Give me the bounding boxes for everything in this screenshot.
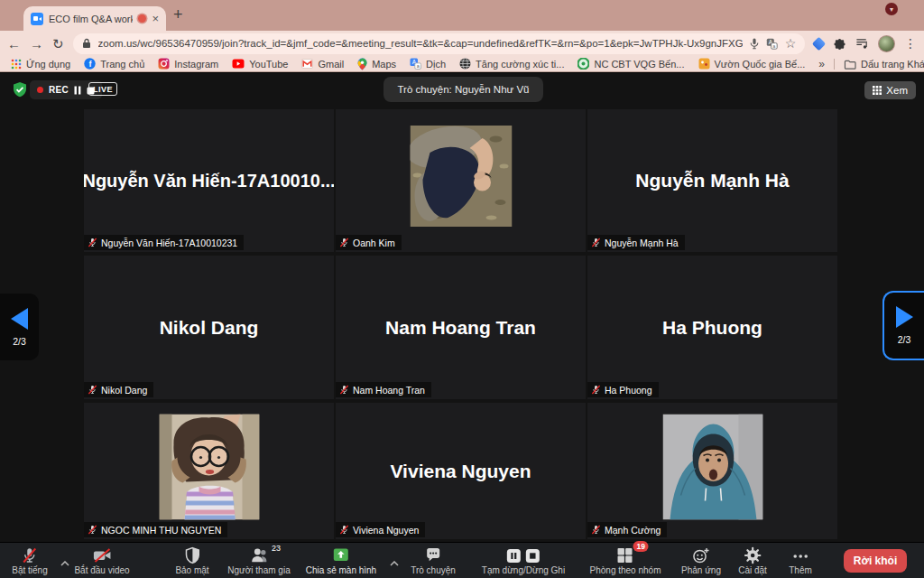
address-bar[interactable]: zoom.us/wc/96536470959/join?track_id=&jm… <box>73 33 806 54</box>
leave-meeting-button[interactable]: Rời khỏi <box>844 549 907 573</box>
recording-dot-icon <box>37 87 43 93</box>
participant-nametag: Viviena Nguyen <box>336 522 425 537</box>
lock-icon <box>82 38 91 49</box>
photo-guy-teal-hoodie <box>662 414 762 519</box>
participant-name: Nam Hoang Tran <box>336 256 586 399</box>
bookmark-label: Tăng cường xúc ti... <box>476 59 564 70</box>
browser-tab-strip: ECO film Q&A workshop - × + ▾ <box>0 0 924 31</box>
shield-icon <box>183 546 201 564</box>
participant-tile[interactable]: Mạnh Cường <box>587 403 837 539</box>
participant-tile[interactable]: Nikol Dang Nikol Dang <box>84 256 334 399</box>
bookmark-gmail[interactable]: Gmail <box>301 59 344 70</box>
bookmark-green-site[interactable]: NC CBT VQG Bến... <box>578 58 684 70</box>
bookmark-orange-site[interactable]: Vườn Quốc gia Bế... <box>698 58 806 70</box>
pause-recording-icon[interactable] <box>74 82 81 98</box>
bookmark-label: NC CBT VQG Bến... <box>594 59 684 70</box>
reactions-icon <box>691 546 710 564</box>
extensions-puzzle-icon[interactable] <box>833 37 846 51</box>
meeting-toolbar: Bật tiếng Bắt đầu video Bảo mật 23 Người… <box>0 542 924 578</box>
reload-button[interactable]: ↻ <box>52 37 64 51</box>
participant-nametag: Nguyễn Mạnh Hà <box>587 235 685 250</box>
bookmark-star-icon[interactable]: ☆ <box>785 36 797 51</box>
participant-name: Viviena Nguyen <box>336 403 586 539</box>
muted-mic-icon <box>591 238 601 247</box>
media-playlist-icon[interactable] <box>855 37 869 50</box>
mic-muted-icon <box>20 546 39 564</box>
bookmark-facebook[interactable]: f Trang chủ <box>84 58 144 70</box>
extension-diamond-icon[interactable] <box>814 39 824 49</box>
other-bookmarks-folder[interactable]: Dấu trang Khác <box>844 59 924 70</box>
participant-video-frame <box>159 414 259 519</box>
chat-button[interactable]: Trò chuyện <box>411 546 456 575</box>
view-button[interactable]: Xem <box>864 81 916 99</box>
bookmark-youtube[interactable]: YouTube <box>232 59 288 70</box>
back-button[interactable]: ← <box>7 37 21 51</box>
breakout-rooms-badge: 19 <box>633 541 649 552</box>
participant-name: Nguyễn Mạnh Hà <box>587 109 837 252</box>
start-video-button[interactable]: Bắt đầu video <box>74 546 129 575</box>
voice-search-icon[interactable] <box>750 38 759 50</box>
bookmark-instagram[interactable]: Instagram <box>158 58 218 70</box>
participant-tile[interactable]: Nguyễn Mạnh Hà Nguyễn Mạnh Hà <box>587 109 837 252</box>
security-button[interactable]: Bảo mật <box>175 546 208 575</box>
muted-mic-icon <box>339 525 349 535</box>
translate-page-icon[interactable]: Aa <box>766 38 778 50</box>
video-muted-icon <box>92 546 112 564</box>
chat-notification-toast[interactable]: Trò chuyện: Nguyễn Như Vũ <box>383 77 543 102</box>
participant-tile[interactable]: Ha Phuong Ha Phuong <box>587 256 837 399</box>
browser-alert-icon[interactable]: ▾ <box>885 3 898 15</box>
participants-button[interactable]: 23 Người tham gia <box>227 546 290 575</box>
muted-mic-icon <box>88 385 97 395</box>
settings-gear-icon <box>744 546 762 564</box>
settings-button[interactable]: Cài đặt <box>738 546 767 575</box>
participant-nametag: Nam Hoang Tran <box>336 382 431 397</box>
participant-tile[interactable]: Nguyễn Văn Hiến-17A10010... Nguyễn Văn H… <box>84 109 334 252</box>
bookmark-maps[interactable]: Maps <box>357 58 396 70</box>
bookmarks-overflow-icon[interactable]: » <box>818 58 825 70</box>
photo-person-lying-in-leaves <box>410 126 512 227</box>
browser-tab[interactable]: ECO film Q&A workshop - × <box>23 6 166 31</box>
participant-tile[interactable]: Viviena Nguyen Viviena Nguyen <box>336 403 586 539</box>
previous-page-button[interactable]: 2/3 <box>0 294 39 360</box>
screen: ECO film Q&A workshop - × + ▾ ← → ↻ zoom… <box>0 0 924 578</box>
participant-nametag: Nguyễn Văn Hiến-17A10010231 <box>84 235 244 250</box>
new-tab-button[interactable]: + <box>173 5 183 24</box>
participant-tile[interactable]: Oanh Kim <box>336 109 586 252</box>
reactions-button[interactable]: Phản ứng <box>681 546 721 575</box>
participant-tile[interactable]: NGOC MINH THU NGUYEN <box>84 403 334 539</box>
bookmark-translate[interactable]: Aa Dịch <box>410 58 446 70</box>
security-shield-icon[interactable] <box>12 81 28 102</box>
next-page-button[interactable]: 2/3 <box>882 291 924 360</box>
pause-stop-recording-button[interactable]: Tạm dừng/Dừng Ghi <box>482 546 565 575</box>
profile-avatar[interactable] <box>878 35 895 52</box>
participant-nametag: Oanh Kim <box>336 235 402 250</box>
participant-video-frame <box>410 126 512 227</box>
bookmark-label: YouTube <box>249 59 288 70</box>
muted-mic-icon <box>591 525 601 535</box>
forward-button[interactable]: → <box>30 37 43 51</box>
url-text: zoom.us/wc/96536470959/join?track_id=&jm… <box>98 38 743 49</box>
zoom-meeting-page: REC LIVE Trò chuyện: Nguyễn Như Vũ Xem N… <box>0 73 924 578</box>
browser-menu-icon[interactable]: ⋮ <box>904 36 917 51</box>
share-options-chevron-icon[interactable] <box>390 554 399 570</box>
mic-options-chevron-icon[interactable] <box>60 554 69 570</box>
other-bookmarks-label: Dấu trang Khác <box>861 59 924 70</box>
bookmark-globe-site[interactable]: Tăng cường xúc ti... <box>459 58 564 70</box>
participant-tile[interactable]: Nam Hoang Tran Nam Hoang Tran <box>336 256 586 399</box>
share-screen-button[interactable]: Chia sẻ màn hình <box>306 546 376 575</box>
tab-close-icon[interactable]: × <box>152 13 159 24</box>
live-badge: LIVE <box>88 82 117 96</box>
arrow-left-icon <box>11 308 28 330</box>
muted-mic-icon <box>88 525 97 535</box>
bookmark-label: Dịch <box>426 59 446 70</box>
bookmark-label: Maps <box>372 59 396 70</box>
participant-nametag: Mạnh Cường <box>587 522 667 537</box>
unmute-button[interactable]: Bật tiếng <box>12 546 47 575</box>
bookmark-apps[interactable]: Ứng dụng <box>11 59 70 70</box>
recording-label: REC <box>49 85 69 95</box>
breakout-rooms-button[interactable]: 19 Phòng theo nhóm <box>590 546 661 575</box>
tab-title: ECO film Q&A workshop - <box>49 14 133 24</box>
muted-mic-icon <box>591 385 601 395</box>
more-button[interactable]: Thêm <box>789 546 812 575</box>
participant-name: Nikol Dang <box>84 256 334 399</box>
